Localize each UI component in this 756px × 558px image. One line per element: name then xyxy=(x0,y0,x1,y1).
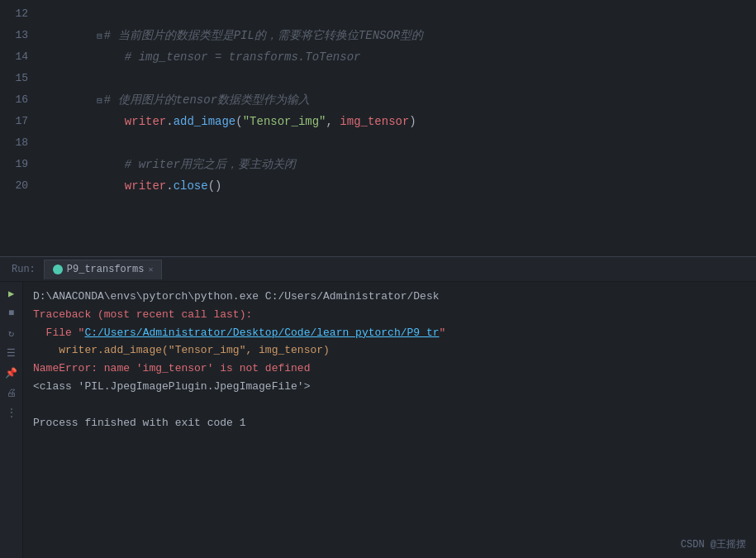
stop-button[interactable]: ■ xyxy=(3,305,20,322)
tab-python-icon xyxy=(53,265,63,274)
method-name: add_image xyxy=(174,115,236,128)
run-panel: Run: P9_transforms ✕ ▶ ■ ↻ ☰ 📌 🖨 ⋮ D:\AN… xyxy=(0,256,756,558)
settings-button[interactable]: ☰ xyxy=(3,345,20,361)
output-line-2: Traceback (most recent call last): xyxy=(33,307,746,324)
var-tensor: img_tensor xyxy=(340,115,409,128)
comment-text: # img_tensor = transforms.ToTensor xyxy=(97,50,360,64)
file-end: " xyxy=(440,327,446,339)
output-empty xyxy=(33,397,746,414)
run-tab[interactable]: P9_transforms ✕ xyxy=(44,260,163,279)
line-number: 20 xyxy=(0,175,41,197)
indent xyxy=(97,179,125,193)
run-output: D:\ANACONDA\envs\pytorch\python.exe C:/U… xyxy=(23,282,756,558)
indent xyxy=(97,115,125,128)
code-line-17: 17 writer.add_image("Tensor_img", img_te… xyxy=(0,111,756,132)
run-sidebar: ▶ ■ ↻ ☰ 📌 🖨 ⋮ xyxy=(0,282,23,558)
watermark: CSDN @王摇摆 xyxy=(681,537,746,551)
comma: , xyxy=(326,115,340,128)
output-line-8: Process finished with exit code 1 xyxy=(33,415,746,432)
code-line-14: 14 # img_tensor = transforms.ToTensor xyxy=(0,46,756,68)
line-number: 14 xyxy=(0,46,41,68)
close-icon[interactable]: ✕ xyxy=(148,265,153,274)
paren-close: ) xyxy=(409,115,416,128)
code-line-20: 20 writer.close() xyxy=(0,175,756,197)
line-number: 18 xyxy=(0,132,41,154)
line-content: writer.close() xyxy=(41,154,756,218)
run-content-wrapper: ▶ ■ ↻ ☰ 📌 🖨 ⋮ D:\ANACONDA\envs\pytorch\p… xyxy=(0,282,756,558)
line-number: 15 xyxy=(0,68,41,89)
method-close: close xyxy=(174,179,208,193)
output-line-1: D:\ANACONDA\envs\pytorch\python.exe C:/U… xyxy=(33,289,746,306)
parens: () xyxy=(208,179,222,193)
var-writer2: writer xyxy=(125,179,166,193)
print-button[interactable]: 🖨 xyxy=(3,384,20,401)
var-writer: writer xyxy=(125,115,166,128)
line-number: 16 xyxy=(0,89,41,111)
paren: ( xyxy=(235,115,242,128)
output-line-5: NameError: name 'img_tensor' is not defi… xyxy=(33,360,746,378)
output-line-3: File "C:/Users/Administrator/Desktop/Cod… xyxy=(33,325,746,342)
run-tab-bar: Run: P9_transforms ✕ xyxy=(0,257,756,282)
pin-button[interactable]: 📌 xyxy=(3,365,20,381)
run-label: Run: xyxy=(7,264,40,275)
file-text: File " xyxy=(33,327,84,339)
line-number: 13 xyxy=(0,25,41,46)
tab-name: P9_transforms xyxy=(67,264,145,275)
code-editor: 12 13 ⊟# 当前图片的数据类型是PIL的，需要将它转换位TENSOR型的 … xyxy=(0,0,756,256)
code-lines: 12 13 ⊟# 当前图片的数据类型是PIL的，需要将它转换位TENSOR型的 … xyxy=(0,0,756,200)
line-number: 12 xyxy=(0,3,41,25)
rerun-button[interactable]: ↻ xyxy=(3,325,20,341)
dot2: . xyxy=(166,179,173,193)
extra-button[interactable]: ⋮ xyxy=(3,404,20,421)
file-link[interactable]: C:/Users/Administrator/Desktop/Code/lear… xyxy=(84,327,439,339)
dot: . xyxy=(166,115,173,128)
output-line-4: writer.add_image("Tensor_img", img_tenso… xyxy=(33,342,746,360)
output-line-6: <class 'PIL.JpegImagePlugin.JpegImageFil… xyxy=(33,379,746,396)
line-number: 19 xyxy=(0,154,41,175)
run-button[interactable]: ▶ xyxy=(3,285,20,302)
string-arg: "Tensor_img" xyxy=(243,115,326,128)
line-number: 17 xyxy=(0,111,41,132)
